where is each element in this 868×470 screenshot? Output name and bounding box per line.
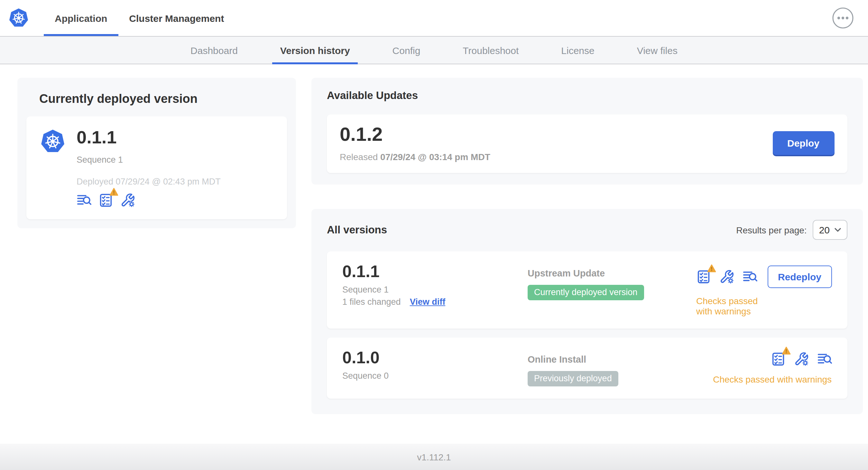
- version-row-0-1-0: 0.1.0 Sequence 0 Online Install Previous…: [327, 338, 847, 399]
- deployed-timestamp: Deployed 07/29/24 @ 02:43 pm MDT: [76, 177, 221, 187]
- logs-search-icon: [76, 193, 91, 208]
- tab-cluster-management[interactable]: Cluster Management: [118, 0, 235, 36]
- top-bar-right: [832, 7, 854, 29]
- warning-triangle-icon: [707, 264, 716, 273]
- deployed-version-info: 0.1.1 Sequence 1 Deployed 07/29/24 @ 02:…: [76, 128, 221, 208]
- warning-triangle-icon: [110, 188, 118, 196]
- subnav-item-version-history[interactable]: Version history: [276, 37, 354, 64]
- preflight-checks-button[interactable]: [98, 193, 113, 208]
- subnav-item-troubleshoot[interactable]: Troubleshoot: [458, 37, 523, 64]
- subnav-item-troubleshoot-label: Troubleshoot: [463, 45, 519, 56]
- subnav-item-dashboard[interactable]: Dashboard: [186, 37, 242, 64]
- available-updates-title: Available Updates: [327, 89, 847, 102]
- deploy-button[interactable]: Deploy: [772, 131, 834, 155]
- row2-source-info: Online Install Previously deployed: [528, 348, 696, 387]
- tab-application-label: Application: [55, 12, 107, 24]
- results-per-page-value: 20: [819, 224, 830, 235]
- row1-edit-config-button[interactable]: [719, 269, 734, 284]
- deployed-version-tile: 0.1.1 Sequence 1 Deployed 07/29/24 @ 02:…: [26, 116, 287, 219]
- app-window: Application Cluster Management Dashboard…: [0, 0, 868, 470]
- released-timestamp: 07/29/24 @ 03:14 pm MDT: [380, 152, 490, 162]
- logs-search-icon: [743, 269, 757, 284]
- row1-status-badge: Currently deployed version: [528, 285, 644, 300]
- version-row-0-1-1: 0.1.1 Sequence 1 1 files changed View di…: [327, 251, 847, 329]
- update-row: 0.1.2 Released 07/29/24 @ 03:14 pm MDT D…: [327, 114, 847, 173]
- deployed-sequence: Sequence 1: [76, 155, 221, 165]
- row1-checks-status: Checks passed with warnings: [696, 296, 767, 316]
- kubernetes-app-icon: [39, 128, 66, 155]
- subnav-item-view-files-label: View files: [637, 45, 678, 56]
- row1-source-label: Upstream Update: [528, 268, 696, 278]
- right-column: Available Updates 0.1.2 Released 07/29/2…: [311, 78, 863, 414]
- row1-view-logs-button[interactable]: [743, 269, 757, 284]
- view-diff-link[interactable]: View diff: [410, 297, 445, 307]
- row1-actions: Redeploy Checks passed with warnings: [696, 262, 832, 316]
- deployed-version-number: 0.1.1: [76, 128, 221, 147]
- subnav-item-version-history-label: Version history: [280, 45, 350, 56]
- tab-cluster-management-label: Cluster Management: [129, 12, 224, 24]
- main-content: Currently deployed version 0.1.1 Sequen: [0, 64, 868, 444]
- all-versions-header: All versions Results per page: 20: [327, 220, 847, 240]
- row2-action-icons: [771, 352, 832, 367]
- console-version: v1.112.1: [417, 452, 451, 462]
- results-per-page-label: Results per page:: [736, 225, 807, 235]
- subnav-item-dashboard-label: Dashboard: [190, 45, 238, 56]
- row1-source-info: Upstream Update Currently deployed versi…: [528, 262, 696, 316]
- wrench-gear-icon: [120, 193, 135, 208]
- row1-files-line: 1 files changed View diff: [342, 297, 528, 307]
- row2-version-number: 0.1.0: [342, 348, 528, 367]
- app-subnav: Dashboard Version history Config Trouble…: [0, 36, 868, 64]
- currently-deployed-card: Currently deployed version 0.1.1 Sequen: [18, 78, 296, 228]
- row2-actions: Checks passed with warnings: [713, 348, 832, 387]
- row2-edit-config-button[interactable]: [794, 352, 808, 367]
- subnav-item-license-label: License: [561, 45, 594, 56]
- warning-triangle-icon: [781, 346, 790, 355]
- row2-view-logs-button[interactable]: [817, 352, 832, 367]
- edit-config-button[interactable]: [120, 193, 135, 208]
- subnav-item-config-label: Config: [393, 45, 421, 56]
- kubernetes-logo-icon: [8, 7, 30, 29]
- update-info: 0.1.2 Released 07/29/24 @ 03:14 pm MDT: [340, 124, 490, 162]
- deployed-action-icons: [76, 193, 221, 208]
- results-per-page-select[interactable]: 20: [813, 220, 847, 240]
- row1-preflight-checks-button[interactable]: [696, 269, 711, 284]
- row1-sequence: Sequence 1: [342, 285, 528, 295]
- row1-version-info: 0.1.1 Sequence 1 1 files changed View di…: [342, 262, 528, 316]
- currently-deployed-title: Currently deployed version: [39, 92, 287, 106]
- more-options-button[interactable]: [832, 7, 854, 29]
- row2-checks-status: Checks passed with warnings: [713, 374, 832, 384]
- view-logs-button[interactable]: [76, 193, 91, 208]
- released-label: Released: [340, 152, 378, 162]
- subnav-item-view-files[interactable]: View files: [632, 37, 682, 64]
- row1-version-number: 0.1.1: [342, 262, 528, 280]
- app-footer: v1.112.1: [0, 444, 868, 470]
- available-updates-card: Available Updates 0.1.2 Released 07/29/2…: [311, 78, 863, 184]
- row2-source-label: Online Install: [528, 354, 696, 365]
- subnav-item-license[interactable]: License: [557, 37, 599, 64]
- row2-version-info: 0.1.0 Sequence 0: [342, 348, 528, 387]
- top-bar: Application Cluster Management: [0, 0, 868, 36]
- wrench-gear-icon: [719, 269, 734, 284]
- row1-files-changed: 1 files changed: [342, 297, 401, 307]
- redeploy-button[interactable]: Redeploy: [768, 266, 832, 288]
- ellipsis-icon: [832, 7, 854, 29]
- chevron-down-icon: [834, 228, 841, 232]
- top-tab-bar: Application Cluster Management: [44, 0, 235, 36]
- logs-search-icon: [817, 352, 832, 367]
- all-versions-card: All versions Results per page: 20: [311, 209, 863, 414]
- all-versions-title: All versions: [327, 224, 387, 236]
- update-released-line: Released 07/29/24 @ 03:14 pm MDT: [340, 152, 490, 162]
- row2-status-badge: Previously deployed: [528, 371, 618, 387]
- tab-application[interactable]: Application: [44, 0, 118, 36]
- wrench-gear-icon: [794, 352, 808, 367]
- update-version-number: 0.1.2: [340, 124, 490, 145]
- subnav-item-config[interactable]: Config: [388, 37, 425, 64]
- row2-preflight-checks-button[interactable]: [771, 352, 785, 367]
- row2-sequence: Sequence 0: [342, 371, 528, 381]
- row1-action-icons: Redeploy: [696, 266, 832, 288]
- results-per-page: Results per page: 20: [736, 220, 847, 240]
- version-rows: 0.1.1 Sequence 1 1 files changed View di…: [327, 251, 847, 399]
